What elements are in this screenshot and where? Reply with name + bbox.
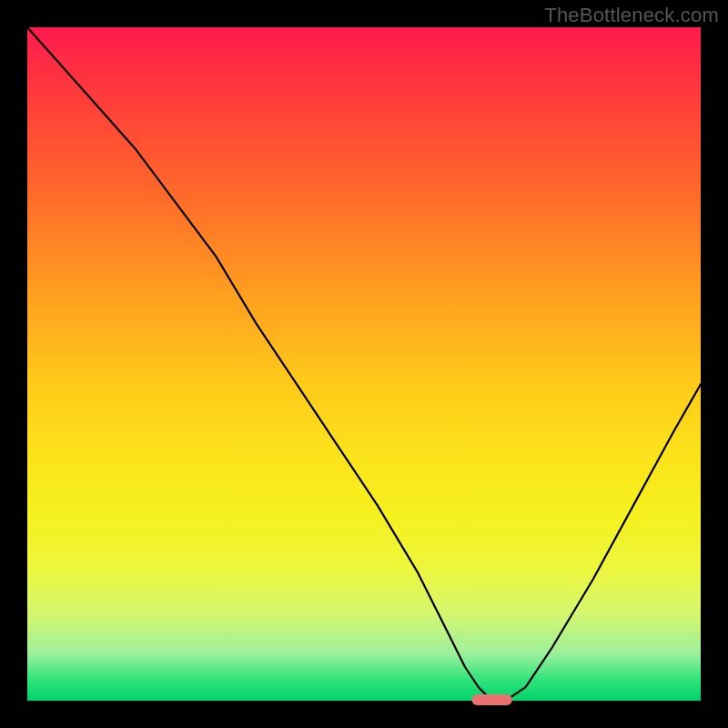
plot-svg [27,27,701,701]
optimal-marker [471,694,511,705]
watermark-text: TheBottleneck.com [544,4,719,27]
chart-frame: TheBottleneck.com [0,0,728,728]
plot-area [27,27,701,701]
bottleneck-curve [27,27,701,701]
